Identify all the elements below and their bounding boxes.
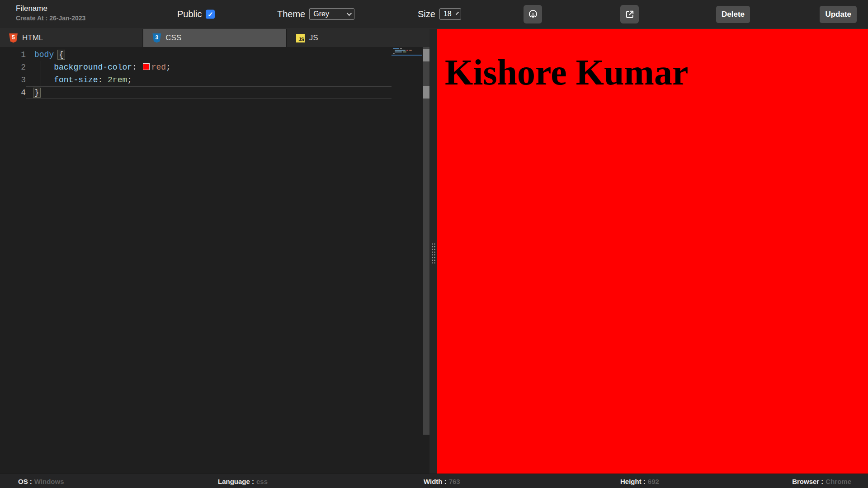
delete-button[interactable]: Delete: [716, 6, 750, 23]
tab-js[interactable]: JSJS: [287, 29, 429, 47]
size-label: Size: [418, 9, 435, 19]
line-number: 1: [0, 48, 26, 61]
status-width: Width :763: [424, 477, 460, 485]
status-browser: Browser :Chrome: [792, 477, 851, 485]
status-label: Browser :: [792, 477, 823, 485]
status-value: css: [256, 477, 268, 485]
open-external-button[interactable]: [620, 5, 639, 23]
color-swatch[interactable]: [143, 63, 150, 70]
code-text: }: [26, 86, 392, 99]
public-label: Public: [177, 9, 202, 19]
minimap[interactable]: [392, 47, 423, 474]
status-label: Language :: [218, 477, 254, 485]
code-text: font-size: 2rem;: [26, 74, 392, 86]
public-control: Public ✓: [177, 9, 215, 19]
preview-pane: Kishore Kumar: [437, 29, 868, 474]
code-line[interactable]: 1body {: [0, 48, 429, 61]
download-icon: [528, 9, 538, 20]
status-language: Language :css: [218, 477, 268, 485]
code-editor[interactable]: 1body {2 background-color: red;3 font-si…: [0, 47, 429, 474]
js-icon: JS: [296, 34, 305, 42]
html5-icon: 5: [9, 33, 18, 43]
status-value: Chrome: [826, 477, 851, 485]
minimap-highlight: [392, 55, 422, 56]
theme-select[interactable]: Grey: [309, 8, 354, 20]
theme-control: Theme Grey: [277, 8, 354, 20]
css3-icon: 3: [152, 33, 161, 43]
code-lines: 1body {2 background-color: red;3 font-si…: [0, 48, 429, 99]
line-number: 4: [0, 86, 26, 99]
status-bar: OS :WindowsLanguage :cssWidth :763Height…: [0, 474, 868, 488]
status-value: Windows: [34, 477, 64, 485]
checkbox-check-icon: ✓: [208, 11, 213, 18]
theme-selected-value: Grey: [313, 10, 329, 18]
tab-label: JS: [309, 33, 318, 42]
status-value: 692: [648, 477, 659, 485]
status-height: Height :692: [620, 477, 659, 485]
editor-scrollbar[interactable]: [423, 47, 429, 435]
status-label: OS :: [18, 477, 32, 485]
overview-marker-top[interactable]: [423, 49, 429, 61]
file-info: Filename Create At : 26-Jan-2023: [16, 4, 85, 22]
main-split: 5HTML3CSSJSJS 1body {2 background-color:…: [0, 29, 868, 474]
toolbar: Filename Create At : 26-Jan-2023 Public …: [0, 0, 868, 28]
line-number: 2: [0, 61, 26, 74]
size-control: Size 18: [418, 8, 461, 20]
status-os: OS :Windows: [18, 477, 64, 485]
size-selected-value: 18: [443, 10, 452, 18]
created-at: Create At : 26-Jan-2023: [16, 14, 85, 22]
code-line[interactable]: 3 font-size: 2rem;: [0, 74, 429, 86]
code-line[interactable]: 2 background-color: red;: [0, 61, 429, 74]
code-text: background-color: red;: [26, 61, 392, 74]
download-button[interactable]: [524, 5, 542, 23]
chevron-down-icon: [456, 12, 459, 15]
theme-label: Theme: [277, 9, 305, 19]
preview-heading: Kishore Kumar: [445, 54, 689, 90]
tab-label: HTML: [22, 33, 43, 42]
code-playground-app: Filename Create At : 26-Jan-2023 Public …: [0, 0, 868, 488]
external-link-icon: [624, 9, 635, 20]
split-resizer[interactable]: [429, 29, 437, 474]
tab-css[interactable]: 3CSS: [143, 29, 287, 47]
editor-tabs: 5HTML3CSSJSJS: [0, 29, 429, 47]
line-number: 3: [0, 74, 26, 86]
code-line[interactable]: 4}: [0, 86, 429, 99]
overview-marker-bottom[interactable]: [423, 86, 429, 99]
status-value: 763: [449, 477, 460, 485]
code-text: body {: [26, 48, 392, 61]
status-label: Height :: [620, 477, 646, 485]
tab-html[interactable]: 5HTML: [0, 29, 143, 47]
tab-label: CSS: [165, 33, 181, 42]
drag-dots-icon: [431, 243, 435, 263]
public-checkbox[interactable]: ✓: [206, 9, 215, 19]
status-label: Width :: [424, 477, 447, 485]
chevron-down-icon: [347, 11, 352, 16]
size-select[interactable]: 18: [439, 8, 461, 20]
filename: Filename: [16, 4, 85, 13]
editor-pane: 5HTML3CSSJSJS 1body {2 background-color:…: [0, 29, 429, 474]
update-button[interactable]: Update: [820, 6, 857, 23]
